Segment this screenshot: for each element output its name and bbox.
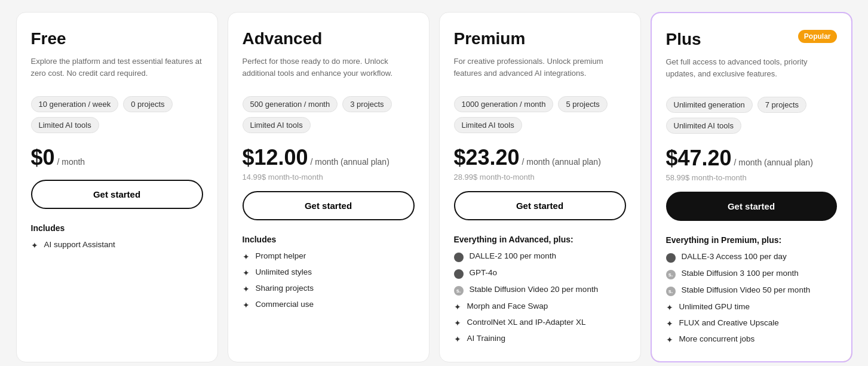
- tags: 10 generation / week0 projectsLimited AI…: [31, 96, 203, 133]
- price-secondary: 28.99$ month-to-month: [454, 173, 626, 182]
- feature-item: ✦ControlNet XL and IP-Adapter XL: [454, 318, 626, 328]
- feature-text: Morph and Face Swap: [467, 302, 548, 310]
- feature-item: s.Stable Diffusion 3 100 per month: [666, 269, 837, 279]
- feature-text: ControlNet XL and IP-Adapter XL: [467, 318, 586, 327]
- feature-item: ✦Unlimited styles: [243, 267, 415, 278]
- price-main: $12.00: [243, 145, 308, 170]
- plan-name: Premium: [454, 29, 626, 48]
- feature-text: More concurrent jobs: [679, 334, 755, 343]
- includes-label: Everything in Premium, plus:: [666, 235, 837, 245]
- tag: Limited AI tools: [454, 117, 522, 133]
- tag: Limited AI tools: [243, 117, 311, 133]
- plan-name: Advanced: [243, 29, 415, 48]
- feature-item: DALLE-2 100 per month: [454, 251, 626, 262]
- feature-text: Stable Diffusion 3 100 per month: [682, 269, 799, 278]
- price-suffix: / month (annual plan): [520, 157, 601, 167]
- tag: 1000 generation / month: [454, 96, 554, 112]
- feature-item: s.Stable Diffusion Video 20 per month: [454, 285, 626, 296]
- plus-icon: ✦: [454, 318, 461, 328]
- plus-icon: ✦: [666, 335, 673, 345]
- feature-item: ✦FLUX and Creative Upscale: [666, 318, 837, 328]
- plan-desc: For creative professionals. Unlock premi…: [454, 56, 626, 85]
- plan-card-advanced: AdvancedPerfect for those ready to do mo…: [228, 12, 430, 362]
- includes-label: Everything in Advanced, plus:: [454, 235, 626, 244]
- get-started-button[interactable]: Get started: [666, 192, 837, 221]
- plan-name: Free: [31, 29, 203, 48]
- includes-label: Includes: [31, 223, 203, 233]
- feature-text: DALLE-2 100 per month: [470, 251, 557, 260]
- sd-icon: s.: [454, 286, 464, 296]
- price-section: $12.00 / month (annual plan)14.99$ month…: [243, 145, 415, 182]
- price-secondary: 14.99$ month-to-month: [243, 173, 415, 182]
- plan-card-premium: PremiumFor creative professionals. Unloc…: [439, 12, 641, 362]
- price-section: $23.20 / month (annual plan)28.99$ month…: [454, 145, 626, 182]
- feature-text: GPT-4o: [470, 268, 498, 277]
- get-started-button[interactable]: Get started: [243, 191, 415, 220]
- tag: 0 projects: [123, 96, 172, 112]
- tag: 500 generation / month: [243, 96, 338, 112]
- plus-icon: ✦: [454, 302, 461, 312]
- feature-text: FLUX and Creative Upscale: [679, 318, 779, 327]
- tag: 10 generation / week: [31, 96, 119, 112]
- pricing-grid: FreeExplore the platform and test essent…: [16, 12, 852, 362]
- feature-list: ✦Prompt helper✦Unlimited styles✦Sharing …: [243, 251, 415, 310]
- feature-item: ✦Unlimited GPU time: [666, 302, 837, 312]
- plan-card-plus: PopularPlusGet full access to advanced t…: [651, 12, 852, 362]
- feature-list: ✦AI support Assistant: [31, 240, 203, 250]
- tags: 1000 generation / month5 projectsLimited…: [454, 96, 626, 133]
- tag: 5 projects: [558, 96, 607, 112]
- tags: Unlimited generation7 projectsUnlimited …: [666, 97, 837, 134]
- feature-text: Unlimited styles: [256, 267, 312, 276]
- feature-text: Commercial use: [256, 300, 314, 309]
- feature-list: DALLE-3 Access 100 per days.Stable Diffu…: [666, 252, 837, 345]
- feature-text: DALLE-3 Access 100 per day: [682, 252, 787, 261]
- plus-icon: ✦: [31, 241, 38, 250]
- get-started-button[interactable]: Get started: [454, 191, 626, 220]
- feature-item: ✦Sharing projects: [243, 284, 415, 294]
- tag: 7 projects: [757, 97, 806, 113]
- tags: 500 generation / month3 projectsLimited …: [243, 96, 415, 133]
- feature-item: s.Stable Diffusion Video 50 per month: [666, 285, 837, 296]
- price-main: $47.20: [666, 146, 732, 170]
- feature-text: Stable Diffusion Video 50 per month: [682, 285, 811, 294]
- plus-icon: ✦: [666, 303, 673, 312]
- price-suffix: / month (annual plan): [308, 157, 389, 167]
- feature-text: Unlimited GPU time: [679, 302, 750, 311]
- plan-desc: Perfect for those ready to do more. Unlo…: [243, 56, 415, 85]
- ai-icon: [666, 253, 676, 263]
- sd-icon: s.: [666, 287, 676, 296]
- tag: Unlimited generation: [666, 97, 753, 113]
- get-started-button[interactable]: Get started: [31, 180, 203, 209]
- feature-text: Prompt helper: [256, 251, 306, 260]
- feature-item: ✦More concurrent jobs: [666, 334, 837, 345]
- price-main: $23.20: [454, 145, 520, 170]
- price-section: $0 / month: [31, 145, 203, 170]
- tag: Limited AI tools: [31, 117, 99, 133]
- plus-icon: ✦: [666, 319, 673, 328]
- popular-badge: Popular: [798, 30, 837, 43]
- ai-icon: [454, 253, 464, 262]
- price-section: $47.20 / month (annual plan)58.99$ month…: [666, 146, 837, 182]
- tag: 3 projects: [342, 96, 391, 112]
- feature-text: AI Training: [467, 334, 506, 343]
- plus-icon: ✦: [243, 300, 250, 310]
- feature-text: AI support Assistant: [44, 240, 115, 249]
- feature-text: Stable Diffusion Video 20 per month: [470, 285, 599, 294]
- includes-label: Includes: [243, 235, 415, 244]
- feature-item: ✦Morph and Face Swap: [454, 302, 626, 312]
- feature-item: ✦AI Training: [454, 334, 626, 344]
- feature-text: Sharing projects: [256, 284, 314, 293]
- feature-item: GPT-4o: [454, 268, 626, 279]
- feature-item: ✦Prompt helper: [243, 251, 415, 262]
- feature-item: ✦AI support Assistant: [31, 240, 203, 250]
- plus-icon: ✦: [243, 284, 250, 294]
- plus-icon: ✦: [243, 252, 250, 262]
- plus-icon: ✦: [454, 334, 461, 344]
- ai-icon: [454, 269, 464, 279]
- plan-desc: Get full access to advanced tools, prior…: [666, 56, 837, 86]
- sd-icon: s.: [666, 270, 676, 279]
- plus-icon: ✦: [243, 268, 250, 278]
- feature-item: ✦Commercial use: [243, 300, 415, 310]
- plan-desc: Explore the platform and test essential …: [31, 56, 203, 85]
- price-main: $0: [31, 145, 55, 170]
